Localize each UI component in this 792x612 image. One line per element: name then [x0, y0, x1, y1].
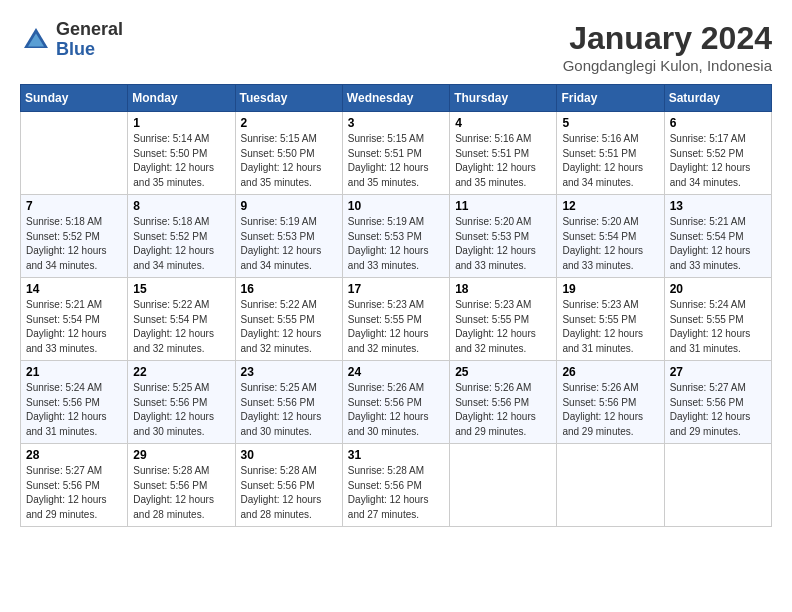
logo-blue-text: Blue	[56, 40, 123, 60]
calendar-body: 1Sunrise: 5:14 AMSunset: 5:50 PMDaylight…	[21, 112, 772, 527]
day-number: 29	[133, 448, 229, 462]
calendar-cell: 13Sunrise: 5:21 AMSunset: 5:54 PMDayligh…	[664, 195, 771, 278]
day-number: 30	[241, 448, 337, 462]
header-day-wednesday: Wednesday	[342, 85, 449, 112]
cell-sun-info: Sunrise: 5:28 AMSunset: 5:56 PMDaylight:…	[241, 464, 337, 522]
day-number: 8	[133, 199, 229, 213]
cell-sun-info: Sunrise: 5:20 AMSunset: 5:54 PMDaylight:…	[562, 215, 658, 273]
day-number: 17	[348, 282, 444, 296]
calendar-week-1: 1Sunrise: 5:14 AMSunset: 5:50 PMDaylight…	[21, 112, 772, 195]
calendar-cell: 17Sunrise: 5:23 AMSunset: 5:55 PMDayligh…	[342, 278, 449, 361]
calendar-cell: 30Sunrise: 5:28 AMSunset: 5:56 PMDayligh…	[235, 444, 342, 527]
day-number: 19	[562, 282, 658, 296]
calendar-cell: 5Sunrise: 5:16 AMSunset: 5:51 PMDaylight…	[557, 112, 664, 195]
calendar-cell: 18Sunrise: 5:23 AMSunset: 5:55 PMDayligh…	[450, 278, 557, 361]
cell-sun-info: Sunrise: 5:23 AMSunset: 5:55 PMDaylight:…	[348, 298, 444, 356]
title-block: January 2024 Gongdanglegi Kulon, Indones…	[563, 20, 772, 74]
day-number: 12	[562, 199, 658, 213]
calendar-cell	[450, 444, 557, 527]
day-number: 31	[348, 448, 444, 462]
day-number: 26	[562, 365, 658, 379]
day-number: 22	[133, 365, 229, 379]
cell-sun-info: Sunrise: 5:28 AMSunset: 5:56 PMDaylight:…	[348, 464, 444, 522]
day-number: 13	[670, 199, 766, 213]
day-number: 2	[241, 116, 337, 130]
calendar-cell: 3Sunrise: 5:15 AMSunset: 5:51 PMDaylight…	[342, 112, 449, 195]
day-number: 23	[241, 365, 337, 379]
calendar-cell: 6Sunrise: 5:17 AMSunset: 5:52 PMDaylight…	[664, 112, 771, 195]
calendar-cell: 10Sunrise: 5:19 AMSunset: 5:53 PMDayligh…	[342, 195, 449, 278]
calendar-cell: 26Sunrise: 5:26 AMSunset: 5:56 PMDayligh…	[557, 361, 664, 444]
logo: General Blue	[20, 20, 123, 60]
day-number: 28	[26, 448, 122, 462]
calendar-cell: 1Sunrise: 5:14 AMSunset: 5:50 PMDaylight…	[128, 112, 235, 195]
cell-sun-info: Sunrise: 5:18 AMSunset: 5:52 PMDaylight:…	[133, 215, 229, 273]
calendar-cell	[21, 112, 128, 195]
cell-sun-info: Sunrise: 5:21 AMSunset: 5:54 PMDaylight:…	[26, 298, 122, 356]
day-number: 4	[455, 116, 551, 130]
day-number: 1	[133, 116, 229, 130]
cell-sun-info: Sunrise: 5:17 AMSunset: 5:52 PMDaylight:…	[670, 132, 766, 190]
cell-sun-info: Sunrise: 5:18 AMSunset: 5:52 PMDaylight:…	[26, 215, 122, 273]
calendar-cell: 20Sunrise: 5:24 AMSunset: 5:55 PMDayligh…	[664, 278, 771, 361]
cell-sun-info: Sunrise: 5:23 AMSunset: 5:55 PMDaylight:…	[562, 298, 658, 356]
header-day-friday: Friday	[557, 85, 664, 112]
calendar-cell: 4Sunrise: 5:16 AMSunset: 5:51 PMDaylight…	[450, 112, 557, 195]
calendar-cell: 22Sunrise: 5:25 AMSunset: 5:56 PMDayligh…	[128, 361, 235, 444]
day-number: 24	[348, 365, 444, 379]
location-subtitle: Gongdanglegi Kulon, Indonesia	[563, 57, 772, 74]
cell-sun-info: Sunrise: 5:27 AMSunset: 5:56 PMDaylight:…	[26, 464, 122, 522]
header-day-monday: Monday	[128, 85, 235, 112]
cell-sun-info: Sunrise: 5:19 AMSunset: 5:53 PMDaylight:…	[348, 215, 444, 273]
cell-sun-info: Sunrise: 5:20 AMSunset: 5:53 PMDaylight:…	[455, 215, 551, 273]
logo-text: General Blue	[56, 20, 123, 60]
cell-sun-info: Sunrise: 5:25 AMSunset: 5:56 PMDaylight:…	[241, 381, 337, 439]
cell-sun-info: Sunrise: 5:24 AMSunset: 5:56 PMDaylight:…	[26, 381, 122, 439]
cell-sun-info: Sunrise: 5:14 AMSunset: 5:50 PMDaylight:…	[133, 132, 229, 190]
calendar-cell: 28Sunrise: 5:27 AMSunset: 5:56 PMDayligh…	[21, 444, 128, 527]
cell-sun-info: Sunrise: 5:25 AMSunset: 5:56 PMDaylight:…	[133, 381, 229, 439]
calendar-week-5: 28Sunrise: 5:27 AMSunset: 5:56 PMDayligh…	[21, 444, 772, 527]
cell-sun-info: Sunrise: 5:27 AMSunset: 5:56 PMDaylight:…	[670, 381, 766, 439]
cell-sun-info: Sunrise: 5:19 AMSunset: 5:53 PMDaylight:…	[241, 215, 337, 273]
calendar-cell: 21Sunrise: 5:24 AMSunset: 5:56 PMDayligh…	[21, 361, 128, 444]
cell-sun-info: Sunrise: 5:22 AMSunset: 5:54 PMDaylight:…	[133, 298, 229, 356]
day-number: 27	[670, 365, 766, 379]
calendar-table: SundayMondayTuesdayWednesdayThursdayFrid…	[20, 84, 772, 527]
cell-sun-info: Sunrise: 5:28 AMSunset: 5:56 PMDaylight:…	[133, 464, 229, 522]
day-number: 16	[241, 282, 337, 296]
day-number: 6	[670, 116, 766, 130]
calendar-cell: 16Sunrise: 5:22 AMSunset: 5:55 PMDayligh…	[235, 278, 342, 361]
calendar-cell	[557, 444, 664, 527]
day-number: 10	[348, 199, 444, 213]
header-row: SundayMondayTuesdayWednesdayThursdayFrid…	[21, 85, 772, 112]
calendar-cell: 12Sunrise: 5:20 AMSunset: 5:54 PMDayligh…	[557, 195, 664, 278]
calendar-cell: 23Sunrise: 5:25 AMSunset: 5:56 PMDayligh…	[235, 361, 342, 444]
cell-sun-info: Sunrise: 5:26 AMSunset: 5:56 PMDaylight:…	[348, 381, 444, 439]
day-number: 3	[348, 116, 444, 130]
header-day-saturday: Saturday	[664, 85, 771, 112]
day-number: 15	[133, 282, 229, 296]
header-day-thursday: Thursday	[450, 85, 557, 112]
header-day-tuesday: Tuesday	[235, 85, 342, 112]
cell-sun-info: Sunrise: 5:15 AMSunset: 5:50 PMDaylight:…	[241, 132, 337, 190]
day-number: 18	[455, 282, 551, 296]
day-number: 7	[26, 199, 122, 213]
cell-sun-info: Sunrise: 5:24 AMSunset: 5:55 PMDaylight:…	[670, 298, 766, 356]
cell-sun-info: Sunrise: 5:16 AMSunset: 5:51 PMDaylight:…	[562, 132, 658, 190]
calendar-cell: 25Sunrise: 5:26 AMSunset: 5:56 PMDayligh…	[450, 361, 557, 444]
logo-icon	[20, 24, 52, 56]
header-day-sunday: Sunday	[21, 85, 128, 112]
calendar-cell: 14Sunrise: 5:21 AMSunset: 5:54 PMDayligh…	[21, 278, 128, 361]
calendar-cell: 31Sunrise: 5:28 AMSunset: 5:56 PMDayligh…	[342, 444, 449, 527]
calendar-cell: 8Sunrise: 5:18 AMSunset: 5:52 PMDaylight…	[128, 195, 235, 278]
day-number: 11	[455, 199, 551, 213]
calendar-cell: 15Sunrise: 5:22 AMSunset: 5:54 PMDayligh…	[128, 278, 235, 361]
calendar-cell: 29Sunrise: 5:28 AMSunset: 5:56 PMDayligh…	[128, 444, 235, 527]
calendar-cell: 24Sunrise: 5:26 AMSunset: 5:56 PMDayligh…	[342, 361, 449, 444]
calendar-cell: 7Sunrise: 5:18 AMSunset: 5:52 PMDaylight…	[21, 195, 128, 278]
day-number: 20	[670, 282, 766, 296]
calendar-week-2: 7Sunrise: 5:18 AMSunset: 5:52 PMDaylight…	[21, 195, 772, 278]
month-year-title: January 2024	[563, 20, 772, 57]
calendar-cell	[664, 444, 771, 527]
